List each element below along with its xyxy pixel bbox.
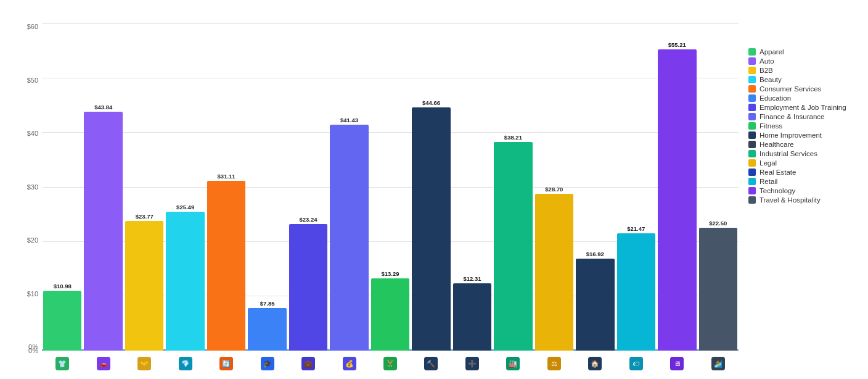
bar-group: $10.98👕	[43, 23, 81, 351]
bar-icon: 👕	[55, 357, 69, 370]
bar-group: $44.66🔨	[412, 23, 450, 351]
legend-dot	[748, 187, 756, 194]
legend-item: Education	[748, 94, 856, 102]
legend-dot	[748, 178, 756, 185]
bar-group: $23.77🤝	[125, 23, 163, 351]
bar-value-label: $16.92	[586, 251, 604, 257]
bar-icon: ➕	[465, 357, 479, 370]
legend-label: Legal	[760, 159, 777, 167]
bars-area: $10.98👕$43.84🚗$23.77🤝$25.49💎$31.11🔄$7.85…	[42, 23, 739, 351]
chart-area: 0%$10$20$30$40$50$600%$10.98👕$43.84🚗$23.…	[12, 23, 856, 373]
bar-rect: 🏋	[371, 278, 409, 351]
bar-rect: 💼	[289, 224, 327, 351]
bar-value-label: $43.84	[94, 104, 112, 110]
legend-label: Employment & Job Training	[760, 104, 846, 111]
y-axis-label: $40	[12, 130, 42, 137]
bar-icon: ⚖	[547, 357, 561, 370]
bar-value-label: $41.43	[340, 117, 358, 123]
legend-label: Apparel	[760, 48, 784, 56]
legend-item: B2B	[748, 67, 856, 74]
bar-group: $41.43💰	[330, 23, 368, 351]
legend-dot	[748, 104, 756, 111]
bar-rect: 💰	[330, 125, 368, 351]
legend-item: Industrial Services	[748, 150, 856, 157]
legend-label: Auto	[760, 57, 774, 65]
bar-value-label: $25.49	[176, 204, 194, 210]
y-axis-label: $60	[12, 23, 42, 30]
legend-item: Real Estate	[748, 169, 856, 176]
chart-container: 0%$10$20$30$40$50$600%$10.98👕$43.84🚗$23.…	[12, 23, 739, 373]
legend-label: Real Estate	[760, 169, 796, 176]
bar-value-label: $28.70	[545, 186, 563, 193]
legend-dot	[748, 169, 756, 176]
legend: ApparelAutoB2BBeautyConsumer ServicesEdu…	[739, 23, 856, 373]
legend-label: Healthcare	[760, 141, 794, 148]
bar-icon: 🏋	[383, 357, 397, 370]
legend-dot	[748, 131, 756, 139]
bar-group: $31.11🔄	[207, 23, 245, 351]
bar-group: $38.21🏭	[494, 23, 532, 351]
bar-rect: 🏠	[576, 259, 614, 351]
legend-label: Fitness	[760, 122, 782, 130]
legend-label: B2B	[760, 67, 773, 74]
zero-label: 0%	[12, 347, 42, 354]
bar-group: $16.92🏠	[576, 23, 614, 351]
legend-item: Finance & Insurance	[748, 113, 856, 120]
bar-group: $25.49💎	[166, 23, 204, 351]
legend-item: Employment & Job Training	[748, 104, 856, 111]
legend-dot	[748, 122, 756, 130]
bar-group: $43.84🚗	[84, 23, 122, 351]
legend-dot	[748, 57, 756, 65]
bar-rect: 🚗	[84, 112, 122, 351]
legend-label: Consumer Services	[760, 85, 821, 93]
bar-value-label: $12.31	[463, 275, 481, 282]
bar-value-label: $13.29	[381, 270, 399, 277]
bar-rect: 🎓	[248, 308, 286, 351]
bar-rect: 🏄	[699, 228, 737, 351]
legend-label: Beauty	[760, 76, 782, 83]
legend-dot	[748, 48, 756, 56]
bar-icon: 🏷	[629, 357, 643, 370]
bar-rect: 🖥	[658, 49, 696, 351]
bar-value-label: $7.85	[260, 300, 275, 307]
bar-icon: 🤝	[137, 357, 151, 370]
legend-item: Auto	[748, 57, 856, 65]
legend-label: Retail	[760, 178, 777, 185]
bar-group: $12.31➕	[453, 23, 491, 351]
legend-dot	[748, 113, 756, 120]
bar-rect: ➕	[453, 283, 491, 351]
bar-group: $7.85🎓	[248, 23, 286, 351]
bar-group: $55.21🖥	[658, 23, 696, 351]
bar-icon: 💎	[179, 357, 192, 370]
legend-dot	[748, 150, 756, 157]
bar-value-label: $23.24	[300, 216, 317, 223]
bar-group: $22.50🏄	[699, 23, 737, 351]
legend-item: Legal	[748, 159, 856, 167]
bar-icon: 🖥	[670, 357, 684, 370]
bar-group: $13.29🏋	[371, 23, 409, 351]
legend-item: Consumer Services	[748, 85, 856, 93]
bar-value-label: $55.21	[668, 41, 686, 48]
chart-inner: 0%$10$20$30$40$50$600%$10.98👕$43.84🚗$23.…	[12, 23, 739, 373]
bar-rect: 🔄	[207, 181, 245, 351]
legend-dot	[748, 67, 756, 74]
bar-icon: 🎓	[261, 357, 274, 370]
legend-label: Education	[760, 94, 791, 102]
legend-item: Fitness	[748, 122, 856, 130]
bar-icon: 💰	[343, 357, 356, 370]
legend-dot	[748, 159, 756, 167]
bar-icon: 🔨	[424, 357, 438, 370]
bar-icon: 💼	[301, 357, 315, 370]
y-axis: 0%$10$20$30$40$50$60	[12, 23, 42, 351]
legend-item: Travel & Hospitality	[748, 196, 856, 204]
y-axis-label: $20	[12, 237, 42, 244]
legend-dot	[748, 141, 756, 148]
y-axis-label: $10	[12, 291, 42, 298]
bar-rect: ⚖	[535, 194, 573, 351]
bar-rect: 💎	[166, 212, 204, 351]
legend-dot	[748, 85, 756, 93]
bar-icon: 🚗	[97, 357, 110, 370]
legend-label: Finance & Insurance	[760, 113, 824, 120]
legend-item: Retail	[748, 178, 856, 185]
legend-label: Travel & Hospitality	[760, 196, 821, 204]
